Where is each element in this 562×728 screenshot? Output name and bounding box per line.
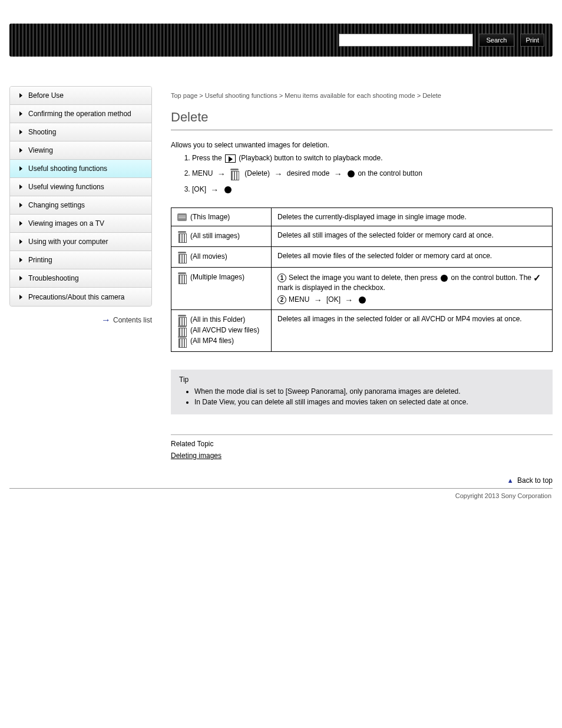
sidebar-item-label: Useful viewing functions xyxy=(28,183,104,191)
copyright: Copyright 2013 Sony Corporation xyxy=(0,492,551,499)
table-row: (All in this Folder)(All AVCHD view file… xyxy=(171,310,553,352)
trash-icon xyxy=(177,315,187,325)
steps-list: Press the (Playback) button to switch to… xyxy=(192,154,553,195)
sidebar-item[interactable]: Shooting xyxy=(10,123,151,141)
step-item: Press the (Playback) button to switch to… xyxy=(192,154,553,163)
step-text: Press the xyxy=(192,154,224,162)
sidebar-item-label: Viewing xyxy=(28,146,53,154)
divider xyxy=(171,130,553,130)
sidebar: Before UseConfirming the operation metho… xyxy=(9,86,152,485)
table-row: (Multiple Images)1Select the image you w… xyxy=(171,268,553,310)
step-text: (Playback) button to switch to playback … xyxy=(237,154,382,162)
table-row: (This Image)Deletes the currently-displa… xyxy=(171,207,553,226)
description-cell: Deletes all still images of the selected… xyxy=(272,226,553,247)
sidebar-item[interactable]: Viewing xyxy=(10,141,151,160)
sidebar-item-label: Troubleshooting xyxy=(28,274,79,282)
sidebar-item[interactable]: Useful shooting functions xyxy=(10,160,151,178)
sidebar-item[interactable]: Changing settings xyxy=(10,196,151,215)
sidebar-item-label: Using with your computer xyxy=(28,238,108,246)
sidebar-item-label: Before Use xyxy=(28,91,64,100)
caret-right-icon xyxy=(19,130,22,134)
step-text: [OK] xyxy=(192,185,208,193)
option-label: (All in this Folder) xyxy=(190,315,245,324)
footer-rule xyxy=(9,488,553,489)
step-text xyxy=(345,169,346,177)
description-cell: 1Select the image you want to delete, th… xyxy=(272,268,553,310)
table-row: (All movies)Deletes all movie files of t… xyxy=(171,247,553,268)
options-table: (This Image)Deletes the currently-displa… xyxy=(171,207,553,352)
sidebar-menu: Before UseConfirming the operation metho… xyxy=(9,86,152,307)
description-cell: Deletes all images in the selected folde… xyxy=(272,310,553,352)
step-number-icon: 2 xyxy=(277,295,286,304)
trash-icon xyxy=(177,272,187,283)
option-cell: (This Image) xyxy=(171,207,272,226)
sidebar-item-label: Precautions/About this camera xyxy=(28,293,124,301)
sidebar-item-label: Shooting xyxy=(28,128,56,136)
main-content: Top page > Useful shooting functions > M… xyxy=(171,86,553,485)
divider xyxy=(171,434,553,435)
tip-list: When the mode dial is set to [Sweep Pano… xyxy=(194,387,544,406)
option-cell: (All in this Folder)(All AVCHD view file… xyxy=(171,310,272,352)
arrow-right-icon: → xyxy=(101,315,111,325)
step-number-icon: 1 xyxy=(277,274,286,282)
caret-right-icon xyxy=(19,295,22,299)
sidebar-item-label: Confirming the operation method xyxy=(28,110,131,118)
arrow-right-icon: → xyxy=(345,295,353,305)
contents-list-label: Contents list xyxy=(113,316,152,324)
sidebar-item[interactable]: Precautions/About this camera xyxy=(10,288,151,306)
center-button-icon xyxy=(359,297,366,304)
sidebar-item[interactable]: Useful viewing functions xyxy=(10,178,151,196)
back-to-top-label: Back to top xyxy=(517,476,553,485)
trash-icon xyxy=(177,336,187,347)
arrow-right-icon: → xyxy=(210,185,219,195)
back-to-top-link[interactable]: ▲ Back to top xyxy=(171,476,553,485)
sidebar-item[interactable]: Troubleshooting xyxy=(10,269,151,288)
option-label: (Multiple Images) xyxy=(190,273,244,281)
caret-right-icon xyxy=(19,258,22,262)
sidebar-item[interactable]: Confirming the operation method xyxy=(10,105,151,123)
tip-item: In Date View, you can delete all still i… xyxy=(194,398,544,406)
description-cell: Deletes the currently-displayed image in… xyxy=(272,207,553,226)
caret-right-icon xyxy=(19,276,22,281)
trash-icon xyxy=(177,325,187,336)
option-label: (All movies) xyxy=(190,252,227,261)
step-text: on the control button xyxy=(356,169,422,177)
related-topic-link[interactable]: Deleting images xyxy=(171,452,222,460)
sidebar-item-label: Useful shooting functions xyxy=(28,164,107,173)
center-button-icon xyxy=(441,275,448,282)
center-button-icon xyxy=(348,170,355,177)
option-cell: (Multiple Images) xyxy=(171,268,272,310)
step-text: MENU xyxy=(192,169,215,177)
header-bar: Search Print xyxy=(9,24,553,57)
related-topic-title: Related Topic xyxy=(171,440,553,448)
caret-right-icon xyxy=(19,203,22,207)
sidebar-item[interactable]: Viewing images on a TV xyxy=(10,215,151,233)
arrow-right-icon: → xyxy=(274,169,282,179)
caret-right-icon xyxy=(19,93,22,98)
trash-icon xyxy=(177,231,187,242)
arrow-right-icon: → xyxy=(334,169,342,179)
step-item: [OK] → xyxy=(192,185,553,195)
print-button[interactable]: Print xyxy=(520,34,544,47)
arrow-right-icon: → xyxy=(314,295,322,305)
option-cell: (All still images) xyxy=(171,226,272,247)
contents-list-link[interactable]: → Contents list xyxy=(9,315,152,325)
tip-box: Tip When the mode dial is set to [Sweep … xyxy=(171,370,553,414)
sidebar-item[interactable]: Before Use xyxy=(10,87,151,105)
trash-icon xyxy=(177,252,187,262)
table-row: (All still images)Deletes all still imag… xyxy=(171,226,553,247)
center-button-icon xyxy=(224,186,232,193)
search-input[interactable] xyxy=(339,34,473,47)
tip-title: Tip xyxy=(179,375,544,384)
caret-right-icon xyxy=(19,148,22,153)
trash-icon xyxy=(230,169,239,179)
option-label: (All AVCHD view files) xyxy=(190,326,259,334)
search-button[interactable]: Search xyxy=(479,34,515,47)
step-text xyxy=(221,185,223,193)
check-icon: ✓ xyxy=(533,272,541,284)
step-item: MENU → (Delete) → desired mode → on the … xyxy=(192,169,553,179)
sidebar-item[interactable]: Using with your computer xyxy=(10,233,151,251)
this-image-icon xyxy=(177,213,187,221)
sidebar-item[interactable]: Printing xyxy=(10,251,151,269)
option-label: (This Image) xyxy=(190,213,230,221)
